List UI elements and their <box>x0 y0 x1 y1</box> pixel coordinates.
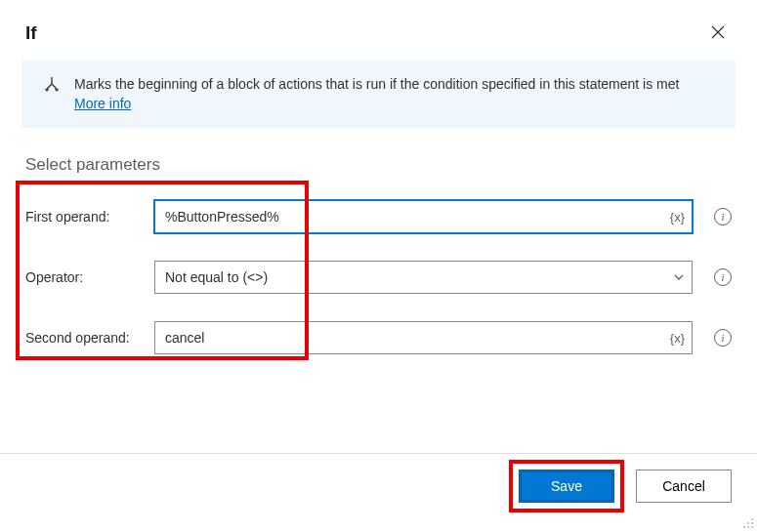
branch-icon <box>43 76 61 94</box>
operator-select[interactable]: Not equal to (<>) <box>154 261 693 294</box>
close-button[interactable] <box>704 20 732 47</box>
label-first-operand: First operand: <box>25 209 145 225</box>
row-operator: Operator: Not equal to (<>) i <box>25 247 732 307</box>
info-icon[interactable]: i <box>714 329 732 347</box>
cancel-button[interactable]: Cancel <box>636 470 732 503</box>
svg-point-5 <box>751 526 753 528</box>
svg-point-0 <box>751 518 753 520</box>
annotation-highlight-save: Save <box>509 460 624 512</box>
info-bar: Marks the beginning of a block of action… <box>21 61 736 128</box>
row-first-operand: First operand: {x} i <box>25 186 732 247</box>
info-text: Marks the beginning of a block of action… <box>74 74 679 114</box>
svg-point-1 <box>747 522 749 524</box>
row-second-operand: Second operand: {x} i <box>25 307 732 368</box>
section-title: Select parameters <box>0 128 757 186</box>
info-icon[interactable]: i <box>714 268 732 286</box>
parameters-area: First operand: {x} i Operator: Not equal… <box>0 186 757 368</box>
operator-value: Not equal to (<>) <box>165 269 268 285</box>
resize-grip-icon[interactable] <box>740 515 754 529</box>
dialog-title: If <box>25 22 37 44</box>
close-icon <box>711 25 725 42</box>
svg-point-3 <box>743 526 745 528</box>
label-second-operand: Second operand: <box>25 330 145 346</box>
save-button[interactable]: Save <box>519 470 614 503</box>
info-icon[interactable]: i <box>714 208 732 225</box>
svg-point-2 <box>751 522 753 524</box>
dialog-header: If <box>0 0 757 61</box>
dialog-footer: Save Cancel <box>0 442 757 532</box>
label-operator: Operator: <box>25 269 145 285</box>
first-operand-input[interactable] <box>154 200 693 233</box>
info-description: Marks the beginning of a block of action… <box>74 76 679 92</box>
second-operand-input[interactable] <box>154 321 693 354</box>
more-info-link[interactable]: More info <box>74 96 131 111</box>
svg-point-4 <box>747 526 749 528</box>
